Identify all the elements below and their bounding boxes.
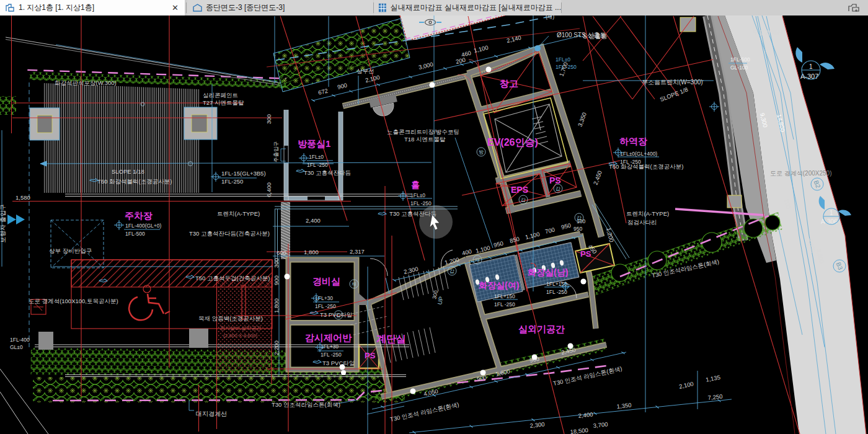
svg-text:1,800: 1,800	[304, 249, 319, 255]
svg-text:S 선홀등: S 선홀등	[583, 33, 607, 40]
svg-text:방풍실1: 방풍실1	[298, 138, 330, 149]
svg-text:PS: PS	[549, 175, 561, 185]
svg-text:주출입구: 주출입구	[273, 141, 279, 162]
svg-text:트렌치(A-TYPE): 트렌치(A-TYPE)	[217, 210, 260, 217]
svg-text:재: 재	[352, 281, 356, 287]
svg-text:A-307: A-307	[800, 73, 818, 80]
svg-text:감시제어반: 감시제어반	[305, 332, 352, 343]
svg-text:갑: 갑	[577, 215, 582, 221]
svg-text:실외기공간: 실외기공간	[518, 324, 565, 334]
svg-text:GL±0: GL±0	[10, 344, 23, 350]
svg-text:T27 시멘트몰탈: T27 시멘트몰탈	[203, 99, 244, 106]
svg-text:1: 1	[830, 210, 833, 216]
svg-text:18,500: 18,500	[570, 427, 588, 434]
svg-text:갑: 갑	[521, 197, 526, 203]
svg-text:PS: PS	[365, 351, 376, 360]
svg-text:트렌치(A-TYPE): 트렌치(A-TYPE)	[626, 210, 669, 217]
svg-text:900: 900	[273, 275, 280, 285]
svg-text:T60 화강석블럭(조경공사분): T60 화강석블럭(조경공사분)	[97, 178, 172, 185]
svg-text:T3 PVC타일: T3 PVC타일	[322, 360, 355, 366]
svg-text:화강석판석포장(W.300): 화강석판석포장(W.300)	[55, 79, 117, 86]
svg-text:300: 300	[273, 258, 280, 268]
svg-text:점검사다리: 점검사다리	[627, 219, 657, 226]
svg-text:1FL±0(GL+400): 1FL±0(GL+400)	[620, 151, 657, 157]
svg-text:SLOPE 1/18: SLOPE 1/18	[112, 168, 144, 175]
svg-text:1FL-400: 1FL-400	[10, 337, 30, 343]
svg-text:도로 경계석(100X100,토목공사분): 도로 경계석(100X100,토목공사분)	[29, 298, 118, 304]
svg-text:1,580: 1,580	[16, 194, 30, 201]
svg-text:950: 950	[574, 226, 582, 232]
svg-text:T60 화강석블럭(조경공사분): T60 화강석블럭(조경공사분)	[609, 163, 683, 170]
svg-text:무소음트렌치(W=300): 무소음트렌치(W=300)	[642, 79, 703, 86]
svg-text:1FL-500: 1FL-500	[730, 56, 750, 63]
svg-text:갑: 갑	[556, 186, 560, 192]
svg-text:주차장: 주차장	[125, 210, 153, 221]
svg-text:1FL -250: 1FL -250	[546, 289, 567, 295]
svg-text:상부선: 상부선	[356, 68, 374, 74]
svg-text:재: 재	[475, 257, 480, 263]
svg-text:화장실(남): 화장실(남)	[528, 267, 568, 277]
svg-text:홀: 홀	[411, 180, 420, 190]
svg-text:(2,800 X 4,600): (2,800 X 4,600)	[223, 333, 257, 339]
svg-text:1,800: 1,800	[273, 298, 280, 313]
svg-text:1: 1	[809, 63, 813, 70]
svg-text:T30 인조석라임스톤(회색): T30 인조석라임스톤(회색)	[272, 401, 340, 408]
svg-text:T18 시멘트몰탈: T18 시멘트몰탈	[404, 136, 446, 143]
svg-text:노출콘크리트미장/방수코팅: 노출콘크리트미장/방수코팅	[387, 128, 459, 135]
svg-text:2,200: 2,200	[273, 340, 280, 355]
svg-text:창고: 창고	[500, 78, 518, 89]
svg-text:6,400: 6,400	[265, 182, 272, 197]
svg-text:300: 300	[265, 114, 272, 124]
svg-text:600: 600	[277, 249, 286, 256]
svg-text:갑: 갑	[450, 268, 454, 274]
svg-text:T30 고흥석잔다듬(건축공사분): T30 고흥석잔다듬(건축공사분)	[189, 230, 270, 237]
svg-text:하역장: 하역장	[619, 136, 647, 146]
svg-text:1FL -250: 1FL -250	[410, 200, 432, 206]
svg-text:화장실(여): 화장실(여)	[479, 280, 519, 290]
svg-text:1FL-400(GL+0): 1FL-400(GL+0)	[125, 223, 162, 229]
svg-text:EPS: EPS	[511, 185, 528, 195]
svg-text:1FL±0: 1FL±0	[410, 192, 425, 198]
svg-text:계단실: 계단실	[376, 334, 406, 344]
svg-text:1FL -250: 1FL -250	[494, 301, 515, 308]
svg-text:GL-100: GL-100	[730, 64, 748, 71]
svg-text:상부 장비반입구: 상부 장비반입구	[49, 247, 92, 254]
svg-text:갑: 갑	[336, 312, 341, 318]
svg-text:방: 방	[479, 149, 484, 155]
svg-text:보행자 출입구: 보행자 출입구	[0, 204, 6, 243]
svg-text:EV(26인승): EV(26인승)	[487, 137, 538, 148]
svg-text:전기설비 설치공간: 전기설비 설치공간	[220, 326, 261, 331]
svg-text:대지경계선: 대지경계선	[196, 410, 227, 417]
svg-text:1FL -250: 1FL -250	[321, 352, 342, 358]
svg-text:1FL-15(GL+3B5): 1FL-15(GL+3B5)	[221, 170, 266, 177]
svg-text:T30 고흥석잔다듬: T30 고흥석잔다듬	[304, 169, 351, 176]
svg-text:목재 앉음벽(조경공사분): 목재 앉음벽(조경공사분)	[198, 315, 263, 322]
svg-text:1FL -250: 1FL -250	[307, 162, 328, 168]
svg-text:1FL+30: 1FL+30	[321, 343, 339, 350]
svg-text:T50 고흥석두겁(건축공사분): T50 고흥석두겁(건축공사분)	[195, 275, 270, 281]
svg-text:도로경계선: 도로경계선	[752, 29, 783, 36]
svg-text:1FL±0: 1FL±0	[309, 154, 324, 160]
svg-text:1FL-500: 1FL-500	[125, 231, 145, 237]
svg-text:2,400: 2,400	[306, 217, 321, 224]
svg-text:2,317: 2,317	[350, 248, 365, 255]
svg-text:1FL-250: 1FL-250	[221, 178, 243, 185]
svg-text:1FL -250: 1FL -250	[315, 303, 336, 309]
svg-text:1FL+150: 1FL+150	[494, 293, 515, 299]
svg-text:도로 경계석(200X250): 도로 경계석(200X250)	[770, 170, 831, 177]
svg-text:실리콘페인트: 실리콘페인트	[203, 92, 238, 99]
svg-text:경비실: 경비실	[312, 276, 340, 286]
